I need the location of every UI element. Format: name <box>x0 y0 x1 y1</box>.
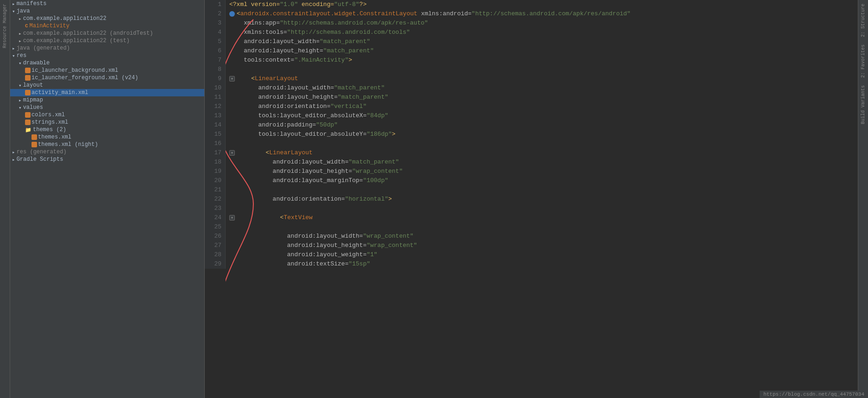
breakpoint-dot-2 <box>229 11 235 17</box>
tree-item-com.example.application22[interactable]: ▸com.example.application22 <box>10 15 204 22</box>
line-num-10: 10 <box>205 83 221 93</box>
token: "84dp" <box>366 111 388 120</box>
favorites-tab[interactable]: 2: Favorites <box>860 41 867 82</box>
tree-item-strings[interactable]: strings.xml <box>10 119 204 126</box>
tree-item-com.example.application22.android[interactable]: ▸com.example.application22 (androidTest) <box>10 30 204 37</box>
tree-item-manifests[interactable]: ▸manifests <box>10 0 204 7</box>
tree-item-themes_xml_night[interactable]: themes.xml (night) <box>10 141 204 148</box>
tree-item-values[interactable]: ▾values <box>10 104 204 111</box>
tree-item-colors[interactable]: colors.xml <box>10 111 204 119</box>
fold-indicator-17[interactable]: ▾ <box>229 150 235 156</box>
file-icon-ic_launcher_background <box>25 68 31 73</box>
tree-label-strings: strings.xml <box>31 119 68 126</box>
tree-item-ic_launcher_foreground[interactable]: ic_launcher_foreground.xml (v24) <box>10 74 204 82</box>
token: LinearLayout <box>255 74 298 83</box>
code-line-9: ▾ <LinearLayout <box>229 74 858 83</box>
code-line-7: tools:context=".MainActivity"> <box>229 56 858 65</box>
status-bar: https://blog.csdn.net/qq_44757034 <box>760 391 868 398</box>
tree-item-layout[interactable]: ▾layout <box>10 82 204 89</box>
token: LinearLayout <box>269 148 313 158</box>
token: "match_parent" <box>348 158 399 167</box>
tree-label-com.example.application22.test: com.example.application22 (test) <box>23 38 130 44</box>
line-num-1: 1 <box>205 0 221 9</box>
tree-item-java.generated[interactable]: ▸java (generated) <box>10 44 204 52</box>
token: android:layout_width= <box>229 37 320 46</box>
code-lines[interactable]: <?xml version="1.0" encoding="utf-8"?><a… <box>226 0 858 269</box>
tree-item-MainActivity[interactable]: CMainActivity <box>10 22 204 30</box>
line-num-4: 4 <box>205 28 221 37</box>
code-line-2: <androidx.constraintlayout.widget.Constr… <box>229 9 858 19</box>
code-line-13: tools:layout_editor_absoluteX="84dp" <box>229 111 858 120</box>
token: android:layout_height= <box>229 93 338 102</box>
tree-item-gradle_scripts[interactable]: ▸Gradle Scripts <box>10 156 204 163</box>
resource-manager-tab[interactable]: Resource Manager <box>1 0 8 52</box>
status-url: https://blog.csdn.net/qq_44757034 <box>763 392 864 397</box>
token: ".MainActivity" <box>294 56 348 65</box>
token: "wrap_content" <box>352 167 403 176</box>
tree-item-mipmap[interactable]: ▸mipmap <box>10 96 204 104</box>
build-variants-tab[interactable]: Build Variants <box>860 82 867 128</box>
line-num-24: 24 <box>205 213 221 222</box>
tree-item-themes[interactable]: 📁themes (2) <box>10 126 204 133</box>
structure-tab[interactable]: 2: Structure <box>860 0 867 41</box>
tree-item-activity_main[interactable]: activity_main.xml <box>10 89 204 96</box>
line-num-6: 6 <box>205 46 221 56</box>
tree-item-res[interactable]: ▾res <box>10 52 204 59</box>
tree-label-ic_launcher_foreground: ic_launcher_foreground.xml (v24) <box>31 75 138 81</box>
tree-item-java[interactable]: ▾java <box>10 7 204 15</box>
token: tools:layout_editor_absoluteY= <box>229 130 366 139</box>
token: ?> <box>359 0 367 9</box>
tree-icon-com.example.application22.android: ▸ <box>19 31 22 37</box>
code-line-5: android:layout_width="match_parent" <box>229 37 858 46</box>
token: "match_parent" <box>323 46 374 56</box>
line-num-2: 2 <box>205 9 221 19</box>
right-strip: 2: Structure 2: Favorites Build Variants <box>858 0 868 398</box>
token: "utf-8" <box>334 0 359 9</box>
code-line-16 <box>229 139 858 148</box>
token: < <box>237 213 283 222</box>
line-num-8: 8 <box>205 65 221 74</box>
file-icon-ic_launcher_foreground <box>25 75 31 81</box>
token: android:layout_width= <box>229 83 334 93</box>
fold-indicator-24[interactable]: ▾ <box>229 215 235 221</box>
tree-icon-values: ▾ <box>19 105 22 111</box>
tree-item-com.example.application22.test[interactable]: ▸com.example.application22 (test) <box>10 37 204 44</box>
line-num-27: 27 <box>205 241 221 250</box>
tree-label-java: java <box>17 8 30 14</box>
line-num-11: 11 <box>205 93 221 102</box>
tree-item-themes_xml[interactable]: themes.xml <box>10 133 204 141</box>
code-line-3: xmlns:app="http://schemas.android.com/ap… <box>229 19 858 28</box>
tree-label-themes_xml: themes.xml <box>38 134 71 140</box>
left-strip: Resource Manager <box>0 0 10 398</box>
token: android:layout_height= <box>229 167 352 176</box>
tree-icon-res: ▾ <box>12 53 15 59</box>
token: > <box>348 56 352 65</box>
token: android:padding= <box>229 120 316 130</box>
token: <?xml version= <box>229 0 280 9</box>
tree-label-values: values <box>23 104 43 111</box>
tree-icon-MainActivity: C <box>25 23 28 29</box>
tree-item-ic_launcher_background[interactable]: ic_launcher_background.xml <box>10 67 204 74</box>
tree-label-res: res <box>17 52 27 59</box>
token: TextView <box>283 213 312 222</box>
tree-icon-drawable: ▾ <box>19 60 22 66</box>
fold-indicator-9[interactable]: ▾ <box>229 76 235 82</box>
tree-label-ic_launcher_background: ic_launcher_background.xml <box>31 67 118 74</box>
code-line-29: android:textSize="15sp" <box>229 259 858 269</box>
tree-label-manifests: manifests <box>17 0 47 7</box>
tree-icon-res_generated: ▸ <box>12 149 15 155</box>
token: android:layout_height= <box>229 46 323 56</box>
code-line-23 <box>229 204 858 213</box>
token: tools:context= <box>229 56 294 65</box>
tree-icon-java.generated: ▸ <box>12 45 15 51</box>
tree-icon-themes: 📁 <box>25 127 31 133</box>
tree-label-drawable: drawable <box>23 60 50 66</box>
tree-item-drawable[interactable]: ▾drawable <box>10 59 204 67</box>
editor-area: 1234567891011121314151617181920212223242… <box>205 0 858 398</box>
tree-label-themes: themes (2) <box>33 126 66 133</box>
token: "186dp" <box>366 130 392 139</box>
editor-content: 1234567891011121314151617181920212223242… <box>205 0 858 269</box>
code-line-18: android:layout_width="match_parent" <box>229 158 858 167</box>
line-num-25: 25 <box>205 222 221 232</box>
tree-item-res_generated[interactable]: ▸res (generated) <box>10 148 204 156</box>
